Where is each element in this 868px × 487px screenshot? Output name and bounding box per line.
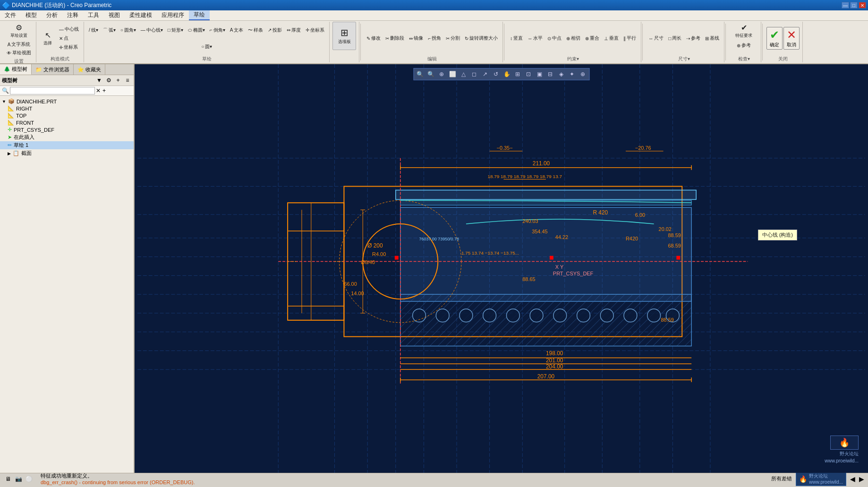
tree-item-section[interactable]: ▶ 📋 截面 [0,149,134,157]
tree-expand-section[interactable]: ▶ [8,151,11,156]
rect-button[interactable]: □ 矩形▾ [166,26,185,34]
minimize-button[interactable]: — [842,2,849,9]
split-button[interactable]: ✂ 分割 [444,34,462,43]
tree-expand-root[interactable]: ▼ [2,99,6,104]
constraint-group-label: 约束▾ [567,55,579,62]
chamfer-button[interactable]: ⌐ 倒角▾ [208,26,227,34]
text-button[interactable]: A 文本 [228,26,246,34]
tree-settings-btn[interactable]: ⚙ [104,76,113,85]
corner-button[interactable]: ⌐ 拐角 [426,34,443,43]
view-top-btn[interactable]: △ [458,69,468,79]
menu-analysis[interactable]: 分析 [42,10,62,20]
status-icon-1[interactable]: 🖥 [4,475,12,483]
wireframe-btn[interactable]: ▣ [534,69,545,79]
tree-search-input[interactable] [10,87,95,94]
arc-button[interactable]: ⌒ 弧▾ [101,26,118,34]
ref-button[interactable]: ⇢ 参考 [684,34,702,43]
zoom-fit-btn[interactable]: ⊕ [436,69,447,79]
coordsys-button[interactable]: ✛ 坐标系 [57,43,81,51]
menu-flexible[interactable]: 柔性建模 [125,10,157,20]
hidden-btn[interactable]: ⊟ [545,69,555,79]
confirm-button[interactable]: ✔ 确定 [766,27,783,50]
palette-button[interactable]: ⊞ 选项板 [332,22,356,50]
clipping-btn[interactable]: ◈ [556,69,566,79]
menu-sketch[interactable]: 草绘 [189,10,210,20]
tree-item-right[interactable]: 📐 RIGHT [0,105,134,112]
thick-button[interactable]: ⇔ 厚度 [285,26,303,34]
drawing-canvas[interactable]: 211.00 18.79 18.79 18.79 18.79 18.79 13.… [135,64,868,473]
pan-btn[interactable]: ✋ [502,69,512,79]
view-3d-btn[interactable]: ⬜ [447,69,458,79]
tree-item-front[interactable]: 📐 FRONT [0,119,134,126]
close-button[interactable]: ✕ [859,2,866,9]
filter-add-icon[interactable]: + [102,87,106,94]
spline-button[interactable]: 〜 样条 [246,26,265,34]
sketch-view-button[interactable]: 👁 草绘视图 [5,49,33,57]
visual-style-btn[interactable]: ⊕ [578,69,588,79]
parallel-button[interactable]: ∥ 平行 [621,34,638,43]
centerline-button[interactable]: — 中心线 [57,25,81,34]
tab-favorites[interactable]: ⭐ 收藏夹 [74,64,105,75]
zoom-in-btn[interactable]: 🔍 [415,69,425,79]
menu-model[interactable]: 模型 [21,10,42,20]
tree-item-csys[interactable]: ✛ PRT_CSYS_DEF [0,126,134,133]
rotate-resize-button[interactable]: ↻ 旋转调整大小 [463,34,500,43]
tab-file-browser[interactable]: 📁 文件浏览器 [32,64,74,75]
tree-item-sketch1[interactable]: ✏ 草绘 1 [0,141,134,149]
tree-add-btn[interactable]: + [114,76,122,85]
view-persp-btn[interactable]: ↗ [480,69,490,79]
project-button[interactable]: ↗ 投影 [266,26,284,34]
rotate-btn[interactable]: ↺ [491,69,501,79]
ellipse-button[interactable]: ⬭ 椭圆▾ [186,26,207,34]
coordsys2-button[interactable]: ✛ 坐标系 [304,26,326,34]
select-button[interactable]: ↖ 选择 [39,29,56,48]
nav-next-btn[interactable]: ▶ [859,475,864,483]
lights-btn[interactable]: ✦ [567,69,577,79]
svg-rect-53 [395,256,399,260]
coincident-button[interactable]: ⊗ 重合 [583,34,601,43]
zoom-out-btn[interactable]: 🔍 [425,69,436,79]
tree-item-root[interactable]: ▼ 📦 DIANCHIHE.PRT [0,98,134,105]
point-button[interactable]: ✕ 点 [57,34,81,43]
menu-tools[interactable]: 工具 [83,10,104,20]
tab-model-tree[interactable]: 🌲 模型树 [0,64,32,75]
tree-item-top[interactable]: 📐 TOP [0,112,134,119]
vertical-button[interactable]: ↕ 竖直 [508,34,525,43]
line-button[interactable]: / 线▾ [87,26,100,34]
tree-more-btn[interactable]: ≡ [123,76,132,85]
sketch-settings-button[interactable]: ⚙ 草绘设置 [8,22,30,40]
circle2-button[interactable]: ○ 圆▾ [199,43,214,51]
tangent-button[interactable]: ⊕ 相切 [564,34,582,43]
dim-button[interactable]: ↔ 尺寸 [647,34,665,43]
menu-annotation[interactable]: 注释 [62,10,83,20]
perimeter-button[interactable]: □ 周长 [666,34,683,43]
text-system-button[interactable]: A 文字系统 [6,40,33,49]
project-icon: ↗ [268,27,272,33]
menu-view[interactable]: 视图 [104,10,125,20]
tree-filter-btn[interactable]: ▼ [95,76,103,85]
display-mode-btn[interactable]: ⊞ [512,69,523,79]
menu-file[interactable]: 文件 [0,10,21,20]
circle-button[interactable]: ○ 圆角▾ [119,26,138,34]
baseline-button[interactable]: ⊞ 基线 [703,34,721,43]
shading-btn[interactable]: ⊡ [523,69,534,79]
maximize-button[interactable]: □ [850,2,858,9]
status-icon-3[interactable]: ⚪ [25,475,33,483]
mirror-button[interactable]: ⇔ 镜像 [407,34,425,43]
tree-item-insert[interactable]: ➤ 在此插入 [0,133,134,141]
canvas[interactable]: 🔍 🔍 ⊕ ⬜ △ ◻ ↗ ↺ ✋ ⊞ ⊡ ▣ ⊟ ◈ ✦ ⊕ [135,64,868,473]
feature-req-button[interactable]: ✔ 特征要求 [730,22,758,40]
centerline2-button[interactable]: — 中心线▾ [139,26,165,34]
filter-clear-icon[interactable]: ✕ [96,87,101,94]
status-icon-2[interactable]: 📷 [14,475,23,483]
delete-seg-button[interactable]: ✂ 删除段 [383,34,406,43]
cancel-button[interactable]: ✕ 取消 [783,27,800,50]
modify-button[interactable]: ✎ 修改 [365,34,383,43]
midpoint-button[interactable]: ⊙ 中点 [545,34,563,43]
nav-prev-btn[interactable]: ◀ [850,475,855,483]
view-ortho-btn[interactable]: ◻ [469,69,479,79]
menu-apps[interactable]: 应用程序 [157,10,189,20]
ref2-button[interactable]: ⊕ 参考 [735,41,753,50]
horizontal-button[interactable]: ↔ 水平 [526,34,545,43]
perpend-button[interactable]: ⊥ 垂直 [602,34,621,43]
